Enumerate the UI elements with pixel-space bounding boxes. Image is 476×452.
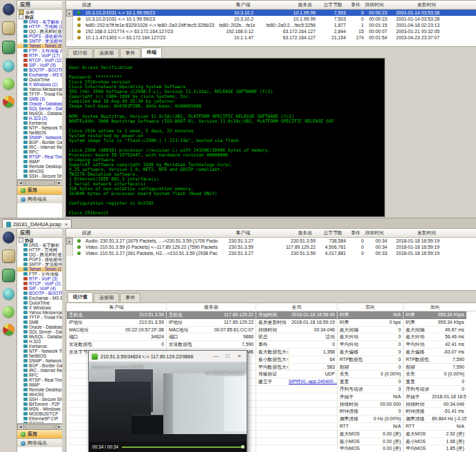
sidebar-item-protocol[interactable]: Oracle - Database [17, 325, 63, 329]
video-frame[interactable]: 2018-01-18 17:21:05 星期四 911 第2摄像头东南角 [89, 362, 247, 442]
scroll-thumb[interactable] [25, 180, 55, 186]
table-row[interactable]: 10.1.1.47/1303 <-> 63.172.164.127/2310.1… [73, 34, 476, 41]
sidebar-button-application[interactable]: 应用 [17, 185, 63, 194]
sidebar-item-protocol[interactable]: H.323 (2) [17, 116, 63, 121]
sidebar-item-protocol[interactable]: BOOTP - BOOTP (1) [17, 68, 63, 72]
sidebar-item-protocol[interactable]: RPC [17, 373, 63, 378]
sidebar-item-protocol[interactable]: SMB (3) [17, 96, 63, 101]
sidebar-item-protocol[interactable]: MSN - Windows Live Messenger [17, 407, 63, 411]
sidebar-root-protocols[interactable]: -协议 [17, 14, 63, 19]
sidebar-item-protocol[interactable]: NTP - Network Time Protocol [17, 125, 63, 130]
sidebar-item-protocol[interactable]: SNMP - Network Management [17, 358, 63, 363]
sidebar-root-protocols[interactable]: -协议 [17, 238, 63, 243]
scroll-left-icon[interactable]: ◀ [17, 180, 24, 186]
table-row[interactable]: fe80::202:b7ff:fe1e:8329/1026 <-> fe80::… [73, 22, 476, 28]
sidebar-item-protocol[interactable]: RTP - VoIP (3) [17, 276, 63, 281]
piechart-icon[interactable] [3, 324, 14, 336]
sidebar-item-protocol[interactable]: TFTP - Trivial File Transfer [17, 92, 63, 96]
table-row[interactable]: 10.3.10.2/1031 <-> 10.1.99.99/2310.3.10.… [73, 10, 476, 16]
sidebar-item-protocol[interactable]: IMAP [17, 159, 63, 164]
document-tab-pcap[interactable]: 28181_DAHUA.pcap × [2, 219, 72, 229]
sidebar-item-protocol[interactable]: DNS - 名字解析 [17, 243, 63, 247]
sidebar-item-protocol[interactable]: MySQL - Database [17, 111, 63, 116]
sidebar-item-protocol[interactable]: FTP - 文件传输 (6) [17, 48, 63, 53]
sidebar-item-protocol[interactable]: H.323 [17, 339, 63, 344]
sidebar-item-protocol[interactable]: QuickTime [17, 300, 63, 305]
sidebar-item-diagnosis[interactable]: 诊断 [17, 10, 63, 14]
sidebar-item-protocol[interactable]: X Windows (1) [17, 82, 63, 87]
sidebar-item-protocol[interactable]: Telnet - Telnet (1) [17, 267, 63, 271]
video-seekbar-knob[interactable] [241, 445, 245, 449]
scroll-up-icon[interactable]: ▲ [66, 238, 73, 245]
sidebar-item-protocol[interactable]: POP3 - 接收邮件 [17, 257, 63, 262]
scroll-up-icon[interactable]: ▲ [66, 10, 73, 17]
table-row[interactable]: Video: 210.51.3.27 (361 Packets, H2...->… [73, 250, 476, 256]
sidebar-item-protocol[interactable]: SIP - VoIP (9) [17, 63, 63, 68]
sidebar-button-application[interactable]: 应用 [17, 429, 63, 438]
sidebar-item-protocol[interactable]: Exchange - MS Email [17, 296, 63, 300]
sidebar-item-protocol[interactable]: SIP - VoIP (4) [17, 286, 63, 291]
tab-连接期[interactable]: 连接期 [94, 293, 119, 302]
table-row[interactable]: 10.3.10.2/1031 <-> 10.1.99.99/2310.3.10.… [73, 16, 476, 22]
sidebar-item-protocol[interactable]: Yahoo Messenger [17, 87, 63, 92]
sidebar-button-network-endpoint[interactable]: 网络端点 [17, 194, 63, 203]
table-vscrollbar[interactable]: ▲ [66, 238, 73, 256]
sidebar-item-protocol[interactable]: Oracle - Database (2) [17, 101, 63, 106]
table-row[interactable]: 192.168.0.12/1774 <-> 63.172.164.127/231… [73, 28, 476, 34]
scroll-left-icon[interactable]: ◀ [17, 424, 24, 430]
sidebar-item-protocol[interactable]: Exchange - MS Email (1) [17, 72, 63, 77]
sidebar-item-protocol[interactable]: NetBIOS [17, 353, 63, 358]
sidebar-item-protocol[interactable]: HTTP - 万维网 [17, 247, 63, 252]
sidebar-item-protocol[interactable]: Yahoo Messenger [17, 310, 63, 315]
endpoints-icon[interactable] [3, 306, 14, 318]
sidebar-item-protocol[interactable]: SQL Server - Database [17, 329, 63, 334]
sidebar-item-protocol[interactable]: Kerberos [17, 344, 63, 349]
sidebar-item-protocol[interactable]: Remote Desktop [17, 387, 63, 392]
sidebar-item-protocol[interactable]: IRC - Internet Relay Chat [17, 368, 63, 373]
tab-连接期[interactable]: 连接期 [94, 48, 119, 57]
sidebar-item-protocol[interactable]: RTP - VoIP (17) [17, 53, 63, 58]
sip-call-link[interactable]: SIP呼叫:-app:240400... [289, 379, 337, 384]
piechart-icon[interactable] [3, 96, 14, 107]
table-row[interactable]: Video: 210.51.3.59 (0 Packets) <--117.89… [73, 244, 476, 250]
sidebar-item-protocol[interactable]: HTTP - 万维网 (3) [17, 24, 63, 29]
sidebar-hscrollbar[interactable]: ◀ ▶ [17, 423, 63, 429]
sidebar-item-protocol[interactable]: QQ - 腾讯即时通讯 [17, 29, 63, 34]
tab-统计值[interactable]: 统计值 [68, 48, 93, 57]
sidebar-item-protocol[interactable]: RTSP - Real Time Streaming (2) [17, 154, 63, 159]
globe-icon[interactable] [3, 3, 14, 15]
clock-icon[interactable] [3, 288, 14, 300]
sidebar-item-protocol[interactable]: RTSP - Real Time Streaming [17, 378, 63, 382]
sidebar-item-protocol[interactable]: SSH - Secure Shell [17, 397, 63, 402]
layers-icon[interactable] [2, 41, 15, 54]
sidebar-item-protocol[interactable]: SNMP - Network Management (2) [17, 135, 63, 140]
adapter-icon[interactable] [2, 249, 15, 263]
sidebar-item-protocol[interactable]: QQ - 腾讯即时通讯 [17, 252, 63, 257]
tab-事件[interactable]: 事件 [120, 293, 141, 302]
sidebar-item-protocol[interactable]: TFTP - Trivial File Transfer [17, 315, 63, 320]
video-player-window[interactable]: 210.51.3.59/34824 <-> 117.89.129.22/9866… [88, 350, 247, 452]
video-seekbar[interactable] [122, 446, 243, 448]
tab-统计值[interactable]: 统计值 [68, 292, 93, 302]
sidebar-item-protocol[interactable]: RTCP - VoIP (2) [17, 281, 63, 286]
sidebar-item-protocol[interactable]: SMB [17, 320, 63, 325]
sidebar-item-protocol[interactable]: EthernetIP CIP [17, 416, 63, 421]
scroll-thumb[interactable] [25, 424, 55, 430]
sidebar-item-protocol[interactable]: NTP - Network Time Protocol [17, 349, 63, 353]
sidebar-item-protocol[interactable]: MySQL - Database [17, 334, 63, 339]
close-icon[interactable]: × [235, 351, 244, 362]
sidebar-item-protocol[interactable]: DNS - 名字解析 (3) [17, 19, 63, 24]
tab-终端[interactable]: 终端 [141, 48, 162, 57]
sidebar-item-protocol[interactable]: SMTP - 发送邮件 (2) [17, 39, 63, 43]
maximize-icon[interactable]: □ [223, 351, 232, 362]
layers-icon[interactable] [2, 269, 15, 282]
telnet-terminal-view[interactable]: User Access Verification Password: *****… [65, 58, 385, 217]
endpoints-icon[interactable] [3, 78, 14, 90]
sidebar-item-protocol[interactable]: FTP - 文件传输 [17, 271, 63, 276]
sidebar-item-protocol[interactable]: MODBUS/TCP [17, 411, 63, 416]
sidebar-item-protocol[interactable]: Telnet - Telnet (5) [17, 43, 63, 48]
sidebar-item-protocol[interactable]: BOOTP - BOOTP (1) [17, 291, 63, 296]
adapter-icon[interactable] [2, 21, 15, 34]
expander-icon[interactable]: - [19, 238, 23, 243]
sidebar-item-protocol[interactable]: BGP - Border Gateway Protocol [17, 140, 63, 145]
